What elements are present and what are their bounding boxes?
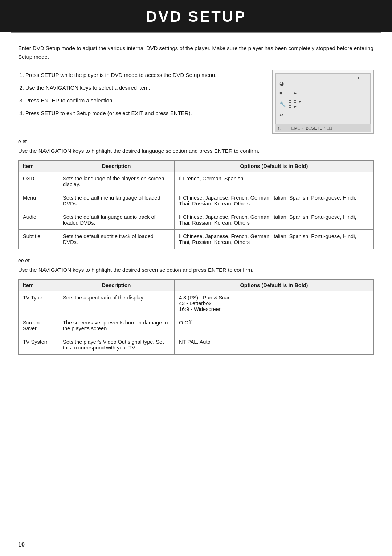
menu-row-doc: ■ ► [279, 90, 367, 96]
screen-section-desc: Use the NAVIGATION keys to highlight the… [18, 266, 374, 274]
step-2: Use the NAVIGATION keys to select a desi… [25, 83, 261, 93]
menu-row-return: ↵ [279, 112, 367, 118]
page-number: 10 [18, 541, 25, 548]
dvd-menu-icon-rows: ◕ ■ ► 🔧 [279, 81, 367, 118]
screen-row-tvsystem: TV System Sets the player's Video Out si… [19, 335, 374, 355]
menu-item-line-3: ► [289, 105, 302, 109]
menu-items-wrench: ► ► [289, 99, 302, 109]
lang-opts-osd: Ii French, German, Spanish [175, 172, 374, 191]
menu-items-doc: ► [289, 91, 297, 95]
lang-desc-menu: Sets the default menu language of loaded… [58, 191, 175, 210]
lang-row-osd: OSD Sets the language of the player's on… [19, 172, 374, 191]
menu-item-line-1: ► [289, 91, 297, 95]
arrow2: ► [298, 99, 302, 103]
lang-col-description: Description [58, 161, 175, 172]
lang-item-subtitle: Subtitle [19, 230, 58, 249]
step-3: Press ENTER to confirm a selection. [25, 95, 261, 105]
sq1 [289, 92, 291, 94]
lang-item-audio: Audio [19, 210, 58, 230]
lang-item-menu: Menu [19, 191, 58, 210]
lang-desc-subtitle: Sets the default subtitle track of loade… [58, 230, 175, 249]
step-4: Press SETUP to exit Setup mode (or selec… [25, 108, 261, 118]
screen-item-tvtype: TV Type [19, 291, 58, 316]
steps-list: Press SETUP while the player is in DVD m… [18, 70, 261, 134]
wrench-icon: 🔧 [279, 101, 286, 107]
screen-table-header-row: Item Description Options (Default is in … [19, 280, 374, 291]
steps-and-image: Press SETUP while the player is in DVD m… [18, 70, 374, 134]
page-header: DVD SETUP [0, 0, 392, 32]
screen-section-label: ee et [18, 258, 374, 263]
intro-paragraph: Enter DVD Setup mode to adjust the vario… [18, 44, 374, 61]
screen-col-description: Description [58, 280, 175, 291]
screen-row-tvtype: TV Type Sets the aspect ratio of the dis… [19, 291, 374, 316]
lang-col-item: Item [19, 161, 58, 172]
page-content: Enter DVD Setup mode to adjust the vario… [0, 33, 392, 374]
dvd-menu-image: ◕ ■ ► 🔧 [272, 70, 374, 134]
language-table-head: Item Description Options (Default is in … [19, 161, 374, 172]
sq4 [289, 105, 291, 108]
lang-opts-menu: Ii Chinese, Japanese, French, German, It… [175, 191, 374, 210]
screen-opts-tvsystem: NT PAL, Auto [175, 335, 374, 355]
screen-opts-tvtype: 4:3 (PS) - Pan & Scan 43 - Letterbox 16:… [175, 291, 374, 316]
page-title: DVD SETUP [0, 8, 392, 25]
screen-table-head: Item Description Options (Default is in … [19, 280, 374, 291]
screen-item-screensaver: Screen Saver [19, 316, 58, 335]
menu-item-line-2: ► [289, 99, 302, 103]
lang-col-options: Options (Default is in Bold) [175, 161, 374, 172]
menu-row-wrench: 🔧 ► ► [279, 99, 367, 109]
lang-opts-audio: Ii Chinese, Japanese, French, German, It… [175, 210, 374, 230]
dvd-menu-screen: ◕ ■ ► 🔧 [275, 73, 371, 124]
screen-col-item: Item [19, 280, 58, 291]
step-1: Press SETUP while the player is in DVD m… [25, 70, 261, 80]
dvd-menu-controls-bar: ↑↓←→ □M□ ←B□SETUP □□ [275, 124, 371, 132]
lang-opts-subtitle: Ii Chinese, Japanese, French, German, It… [175, 230, 374, 249]
language-section-desc: Use the NAVIGATION keys to highlight the… [18, 147, 374, 155]
lang-row-menu: Menu Sets the default menu language of l… [19, 191, 374, 210]
screen-table: Item Description Options (Default is in … [18, 279, 374, 355]
screen-desc-screensaver: The screensaver prevents burn-in damage … [58, 316, 175, 335]
lang-desc-osd: Sets the language of the player's on-scr… [58, 172, 175, 191]
language-table-header-row: Item Description Options (Default is in … [19, 161, 374, 172]
language-table: Item Description Options (Default is in … [18, 160, 374, 249]
return-icon: ↵ [279, 112, 286, 118]
screen-opts-screensaver: O Off [175, 316, 374, 335]
doc-icon: ■ [279, 90, 286, 96]
lang-row-audio: Audio Sets the default language audio tr… [19, 210, 374, 230]
language-table-body: OSD Sets the language of the player's on… [19, 172, 374, 249]
tvtype-options: 4:3 (PS) - Pan & Scan 43 - Letterbox 16:… [179, 295, 231, 312]
lang-row-subtitle: Subtitle Sets the default subtitle track… [19, 230, 374, 249]
screen-col-options: Options (Default is in Bold) [175, 280, 374, 291]
lang-item-osd: OSD [19, 172, 58, 191]
arrow3: ► [294, 105, 297, 109]
setup-steps: Press SETUP while the player is in DVD m… [25, 70, 261, 118]
menu-row-globe: ◕ [279, 81, 367, 86]
screen-row-screensaver: Screen Saver The screensaver prevents bu… [19, 316, 374, 335]
screen-item-tvsystem: TV System [19, 335, 58, 355]
sq2 [289, 100, 291, 103]
language-section-label: e et [18, 139, 374, 144]
sq3 [294, 100, 296, 103]
screen-desc-tvtype: Sets the aspect ratio of the display. [58, 291, 175, 316]
globe-icon: ◕ [279, 81, 286, 86]
lang-desc-audio: Sets the default language audio track of… [58, 210, 175, 230]
screen-desc-tvsystem: Sets the player's Video Out signal type.… [58, 335, 175, 355]
screen-table-body: TV Type Sets the aspect ratio of the dis… [19, 291, 374, 355]
arrow1: ► [294, 91, 297, 95]
menu-square-top [356, 77, 359, 79]
